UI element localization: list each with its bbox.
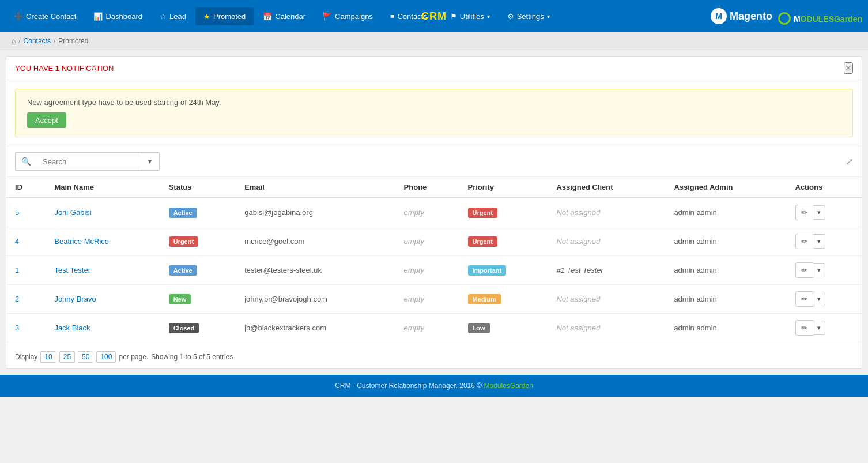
cell-actions: ✏ ▾ xyxy=(787,256,862,285)
search-input[interactable] xyxy=(37,153,141,170)
cell-assigned-admin: admin admin xyxy=(665,256,786,285)
search-container: 🔍 ▼ xyxy=(15,152,160,171)
page-size-25[interactable]: 25 xyxy=(59,351,75,363)
home-icon[interactable]: ⌂ xyxy=(12,37,16,45)
nav-create-contact[interactable]: ➕ Create Contact xyxy=(6,7,84,25)
action-group: ✏ ▾ xyxy=(795,291,854,307)
action-dropdown-button[interactable]: ▾ xyxy=(813,292,825,306)
cell-assigned-client: #1 Test Tester xyxy=(548,256,665,285)
cell-assigned-client: Not assigned xyxy=(548,227,665,256)
col-status: Status xyxy=(160,177,236,198)
cell-phone: empty xyxy=(395,285,459,314)
cell-status: Active xyxy=(160,198,236,227)
cell-email: mcrice@goel.com xyxy=(236,227,395,256)
nav-calendar[interactable]: 📅 Calendar xyxy=(255,7,314,25)
action-edit-button[interactable]: ✏ xyxy=(795,234,813,249)
table-row: 1 Test Tester Active tester@testers-stee… xyxy=(6,256,862,285)
action-edit-button[interactable]: ✏ xyxy=(795,262,813,278)
action-edit-button[interactable]: ✏ xyxy=(795,291,813,307)
cell-email: johny.br@bravojogh.com xyxy=(236,285,395,314)
cell-id: 1 xyxy=(6,256,46,285)
star-outline-icon: ☆ xyxy=(160,12,167,21)
cell-id: 3 xyxy=(6,314,46,342)
action-group: ✏ ▾ xyxy=(795,234,854,249)
col-email: Email xyxy=(236,177,395,198)
cell-email: tester@testers-steel.uk xyxy=(236,256,395,285)
cell-actions: ✏ ▾ xyxy=(787,198,862,227)
nav-logos: M Magento MODULESGarden xyxy=(711,8,862,24)
page-size-100[interactable]: 100 xyxy=(96,351,116,363)
col-actions: Actions xyxy=(787,177,862,198)
nav-promoted[interactable]: ★ Promoted xyxy=(195,7,254,25)
cell-status: Active xyxy=(160,256,236,285)
expand-button[interactable]: ⤢ xyxy=(846,156,853,167)
star-filled-icon: ★ xyxy=(203,12,210,21)
notification-close-button[interactable]: ✕ xyxy=(844,62,853,74)
cell-priority: Important xyxy=(459,256,548,285)
filter-button[interactable]: ▼ xyxy=(141,153,160,170)
breadcrumb-current: Promoted xyxy=(58,37,88,45)
cell-id: 2 xyxy=(6,285,46,314)
action-edit-button[interactable]: ✏ xyxy=(795,320,813,336)
modulesgarden-gear-icon xyxy=(778,12,791,25)
cell-assigned-client: Not assigned xyxy=(548,285,665,314)
col-phone: Phone xyxy=(395,177,459,198)
notification-detail: New agreement type have to be used start… xyxy=(15,89,853,137)
col-main-name: Main Name xyxy=(46,177,160,198)
nav-lead[interactable]: ☆ Lead xyxy=(152,7,194,25)
action-dropdown-button[interactable]: ▾ xyxy=(813,321,825,335)
magento-text: Magento xyxy=(730,10,772,22)
cell-status: Closed xyxy=(160,314,236,342)
page-size-50[interactable]: 50 xyxy=(78,351,93,363)
col-id: ID xyxy=(6,177,46,198)
action-dropdown-button[interactable]: ▾ xyxy=(813,234,825,249)
cell-id: 4 xyxy=(6,227,46,256)
footer-text: CRM - Customer Relationship Manager. 201… xyxy=(335,382,482,390)
app-title: CRM xyxy=(421,10,447,22)
cell-assigned-admin: admin admin xyxy=(665,198,786,227)
cell-priority: Medium xyxy=(459,285,548,314)
calendar-icon: 📅 xyxy=(263,12,272,21)
nav-dashboard[interactable]: 📊 Dashboard xyxy=(85,7,150,25)
action-dropdown-button[interactable]: ▾ xyxy=(813,205,825,220)
cell-phone: empty xyxy=(395,256,459,285)
nav-settings[interactable]: ⚙ Settings xyxy=(499,7,558,25)
search-icon-button[interactable]: 🔍 xyxy=(16,153,37,170)
cell-email: jb@blackextrackers.com xyxy=(236,314,395,342)
magento-m-icon: M xyxy=(711,8,727,24)
footer-link[interactable]: ModulesGarden xyxy=(484,382,533,390)
cell-name: Test Tester xyxy=(46,256,160,285)
cell-assigned-admin: admin admin xyxy=(665,227,786,256)
cell-assigned-admin: admin admin xyxy=(665,314,786,342)
table-row: 2 Johny Bravo New johny.br@bravojogh.com… xyxy=(6,285,862,314)
magento-logo: M Magento xyxy=(711,8,772,24)
nav-utilities[interactable]: ⚑ Utilities xyxy=(442,7,498,25)
top-navigation: CRM ➕ Create Contact 📊 Dashboard ☆ Lead … xyxy=(0,0,868,32)
cell-priority: Urgent xyxy=(459,227,548,256)
cell-name: Jack Black xyxy=(46,314,160,342)
cell-id: 5 xyxy=(6,198,46,227)
table-body: 5 Joni Gabisi Active gabisi@jogabina.org… xyxy=(6,198,862,342)
action-dropdown-button[interactable]: ▾ xyxy=(813,263,825,277)
cell-phone: empty xyxy=(395,227,459,256)
plus-icon: ➕ xyxy=(14,12,23,21)
action-group: ✏ ▾ xyxy=(795,262,854,278)
footer: CRM - Customer Relationship Manager. 201… xyxy=(0,375,868,397)
cell-status: New xyxy=(160,285,236,314)
tools-icon: ⚑ xyxy=(450,12,457,21)
search-bar: 🔍 ▼ ⤢ xyxy=(6,146,862,177)
page-size-10[interactable]: 10 xyxy=(40,351,56,363)
accept-button[interactable]: Accept xyxy=(27,112,66,128)
col-assigned-admin: Assigned Admin xyxy=(665,177,786,198)
table-row: 5 Joni Gabisi Active gabisi@jogabina.org… xyxy=(6,198,862,227)
action-edit-button[interactable]: ✏ xyxy=(795,205,813,220)
per-page-label: per page. xyxy=(119,353,148,361)
cell-assigned-admin: admin admin xyxy=(665,285,786,314)
modulesgarden-logo: MODULESGarden xyxy=(778,9,862,24)
col-priority: Priority xyxy=(459,177,548,198)
nav-campaigns[interactable]: 🚩 Campaigns xyxy=(315,7,381,25)
breadcrumb-contacts[interactable]: Contacts xyxy=(24,37,51,45)
dashboard-icon: 📊 xyxy=(93,12,103,21)
cell-actions: ✏ ▾ xyxy=(787,227,862,256)
action-group: ✏ ▾ xyxy=(795,205,854,220)
